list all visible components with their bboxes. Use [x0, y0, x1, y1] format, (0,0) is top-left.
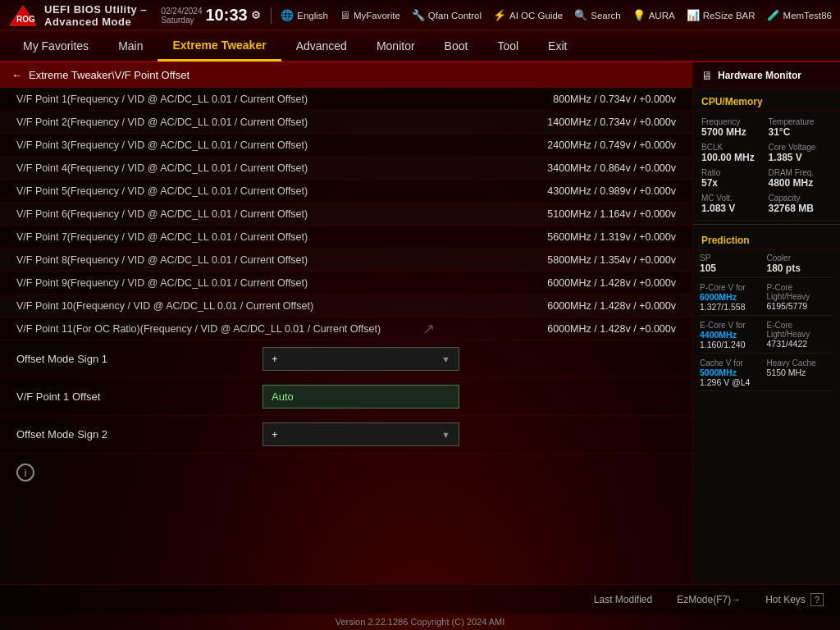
- footer: Last Modified EzMode(F7)→ Hot Keys ?: [0, 584, 840, 614]
- vf-row-label: V/F Point 2(Frequency / VID @ AC/DC_LL 0…: [16, 116, 308, 128]
- heavy-cache-label: Heavy Cache: [767, 358, 834, 368]
- vf-row-value: 6000MHz / 1.428v / +0.000v: [547, 323, 676, 335]
- mc-volt-label: MC Volt.: [701, 194, 765, 203]
- table-row[interactable]: V/F Point 6(Frequency / VID @ AC/DC_LL 0…: [0, 203, 692, 226]
- cpu-memory-stats: Frequency 5700 MHz Temperature 31°C BCLK…: [693, 112, 840, 221]
- search-icon: 🔍: [574, 9, 587, 21]
- header-divider: [271, 7, 272, 24]
- vf-point-1-offset-label: V/F Point 1 Offset: [16, 390, 262, 403]
- prediction-section: SP 105 Cooler 180 pts P-Core V for 6000M…: [693, 250, 840, 399]
- menu-boot[interactable]: Boot: [430, 30, 483, 62]
- vf-row-label: V/F Point 4(Frequency / VID @ AC/DC_LL 0…: [16, 162, 308, 174]
- sp-stat: SP 105: [700, 253, 767, 274]
- vf-row-value: 5800MHz / 1.354v / +0.000v: [547, 254, 676, 266]
- vf-row-value: 4300MHz / 0.989v / +0.000v: [547, 185, 676, 197]
- table-row[interactable]: V/F Point 10(Frequency / VID @ AC/DC_LL …: [0, 294, 692, 317]
- nav-aura[interactable]: 💡 AURA: [632, 9, 675, 21]
- nav-aioc[interactable]: ⚡ AI OC Guide: [493, 9, 563, 21]
- cpu-memory-section-title: CPU/Memory: [693, 89, 840, 112]
- pcore-v-values: 1.327/1.558: [700, 302, 767, 312]
- core-voltage-value: 1.385 V: [769, 152, 833, 163]
- menu-main[interactable]: Main: [103, 30, 158, 62]
- nav-resizebar[interactable]: 📊 ReSize BAR: [687, 9, 756, 21]
- cooler-value: 180 pts: [767, 262, 834, 274]
- vf-row-label: V/F Point 8(Frequency / VID @ AC/DC_LL 0…: [16, 254, 308, 266]
- menu-my-favorites[interactable]: My Favorites: [8, 30, 103, 62]
- rog-logo: ROG: [8, 4, 38, 27]
- table-row[interactable]: V/F Point 2(Frequency / VID @ AC/DC_LL 0…: [0, 111, 692, 134]
- logo-area: ROG UEFI BIOS Utility – Advanced Mode: [8, 3, 148, 28]
- pcore-lh-values: 6195/5779: [767, 301, 834, 311]
- oc-icon: ⚡: [493, 9, 506, 21]
- ez-mode-label: EzMode(F7)→: [677, 594, 741, 605]
- header-nav: 🌐 English 🖥 MyFavorite 🔧 Qfan Control ⚡ …: [281, 9, 832, 21]
- stat-frequency: Frequency 5700 MHz: [700, 115, 767, 140]
- sp-cooler-row: SP 105 Cooler 180 pts: [700, 253, 833, 278]
- vf-point-1-offset-control: Auto: [262, 385, 676, 409]
- offset-mode-sign-1-dropdown[interactable]: + ▼: [262, 347, 459, 371]
- info-button[interactable]: i: [16, 463, 34, 482]
- offset-mode-sign-2-dropdown[interactable]: + ▼: [262, 422, 459, 446]
- frequency-label: Frequency: [701, 117, 765, 126]
- breadcrumb-arrow[interactable]: ←: [11, 69, 22, 81]
- version-bar: Version 2.22.1286 Copyright (C) 2024 AMI: [0, 614, 840, 630]
- info-area: i: [0, 454, 692, 491]
- ecore-light-heavy-label: E-Core: [767, 321, 834, 330]
- table-row[interactable]: V/F Point 7(Frequency / VID @ AC/DC_LL 0…: [0, 226, 692, 249]
- stat-dram-freq: DRAM Freq. 4800 MHz: [767, 166, 834, 191]
- table-row[interactable]: V/F Point 9(Frequency / VID @ AC/DC_LL 0…: [0, 272, 692, 294]
- settings-area: Offset Mode Sign 1 + ▼ V/F Point 1 Offse…: [0, 340, 692, 454]
- sp-value: 105: [700, 262, 767, 274]
- mc-volt-value: 1.083 V: [701, 203, 765, 214]
- table-row[interactable]: V/F Point 8(Frequency / VID @ AC/DC_LL 0…: [0, 249, 692, 272]
- stat-core-voltage: Core Voltage 1.385 V: [767, 140, 834, 166]
- nav-english[interactable]: 🌐 English: [281, 9, 328, 21]
- right-panel: 🖥 Hardware Monitor CPU/Memory Frequency …: [692, 62, 840, 584]
- footer-ez-mode[interactable]: EzMode(F7)→: [677, 594, 741, 605]
- setting-offset-mode-sign-2: Offset Mode Sign 2 + ▼: [0, 416, 692, 454]
- breadcrumb: ← Extreme Tweaker\V/F Point Offset: [0, 62, 692, 88]
- favorite-icon: 🖥: [340, 9, 350, 21]
- ecore-lh-values: 4731/4422: [767, 339, 834, 349]
- table-row[interactable]: V/F Point 11(For OC Ratio)(Frequency / V…: [0, 317, 692, 340]
- cache-v-row: Cache V for 5000MHz 1.296 V @L4 Heavy Ca…: [700, 358, 833, 391]
- question-mark-icon[interactable]: ?: [810, 593, 824, 606]
- stat-ratio: Ratio 57x: [700, 166, 767, 191]
- svg-text:ROG: ROG: [16, 15, 35, 24]
- table-row[interactable]: V/F Point 3(Frequency / VID @ AC/DC_LL 0…: [0, 134, 692, 157]
- nav-qfan[interactable]: 🔧 Qfan Control: [412, 9, 482, 21]
- nav-memtest[interactable]: 🧪 MemTest86: [767, 9, 832, 21]
- menu-advanced[interactable]: Advanced: [281, 30, 362, 62]
- vf-point-1-offset-input[interactable]: Auto: [262, 385, 459, 409]
- main-panel: ← Extreme Tweaker\V/F Point Offset V/F P…: [0, 62, 692, 584]
- breadcrumb-path: Extreme Tweaker\V/F Point Offset: [29, 69, 189, 81]
- footer-hot-keys[interactable]: Hot Keys ?: [765, 593, 824, 606]
- cooler-label: Cooler: [767, 253, 834, 262]
- sp-label: SP: [700, 253, 767, 262]
- pcore-v-row: P-Core V for 6000MHz 1.327/1.558 P-Core …: [700, 283, 833, 316]
- temperature-label: Temperature: [769, 117, 833, 126]
- fan-icon: 🔧: [412, 9, 425, 21]
- cache-v-for-label: Cache V for: [700, 358, 767, 368]
- nav-myfavorite[interactable]: 🖥 MyFavorite: [340, 9, 400, 21]
- menu-extreme-tweaker[interactable]: Extreme Tweaker: [158, 30, 281, 62]
- settings-icon[interactable]: ⚙: [251, 9, 261, 21]
- nav-search[interactable]: 🔍 Search: [574, 9, 620, 21]
- frequency-value: 5700 MHz: [701, 126, 765, 138]
- heavy-cache-value: 5150 MHz: [767, 368, 834, 377]
- menu-exit[interactable]: Exit: [533, 30, 582, 62]
- menu-tool[interactable]: Tool: [482, 30, 533, 62]
- vf-row-value: 1400MHz / 0.734v / +0.000v: [547, 116, 676, 128]
- time-display: 10:33 ⚙: [205, 6, 260, 25]
- table-row[interactable]: V/F Point 1(Frequency / VID @ AC/DC_LL 0…: [0, 88, 692, 111]
- menu-monitor[interactable]: Monitor: [362, 30, 430, 62]
- globe-icon: 🌐: [281, 9, 294, 21]
- vf-row-label: V/F Point 5(Frequency / VID @ AC/DC_LL 0…: [16, 185, 308, 197]
- pcore-light-heavy-label2: Light/Heavy: [767, 292, 834, 301]
- table-row[interactable]: V/F Point 4(Frequency / VID @ AC/DC_LL 0…: [0, 157, 692, 180]
- table-row[interactable]: V/F Point 5(Frequency / VID @ AC/DC_LL 0…: [0, 180, 692, 203]
- offset-mode-sign-2-label: Offset Mode Sign 2: [16, 428, 262, 441]
- pcore-freq: 6000MHz: [700, 292, 767, 302]
- cache-freq: 5000MHz: [700, 368, 767, 377]
- vf-row-value: 6000MHz / 1.428v / +0.000v: [547, 277, 676, 289]
